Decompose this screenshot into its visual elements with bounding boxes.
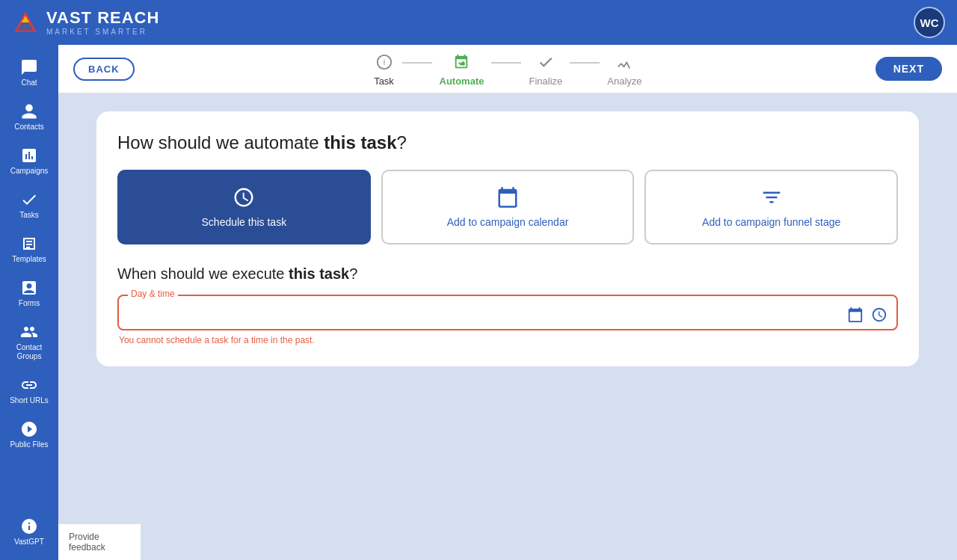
automate-step-icon [453,54,470,70]
step-task-label: Task [374,76,394,87]
back-button[interactable]: BACK [73,58,135,81]
sidebar-item-contacts[interactable]: Contacts [3,96,55,138]
main-card: How should we automate this task? Schedu… [96,111,919,366]
page-body: How should we automate this task? Schedu… [58,93,957,523]
step-finalize[interactable]: Finalize [506,52,585,87]
datetime-field-inner [119,301,896,329]
clock-picker-icon[interactable] [871,307,887,323]
execute-title: When should we execute this task? [117,265,898,283]
sidebar-item-public-files[interactable]: Public Files [3,414,55,455]
sidebar-item-tasks-label: Tasks [19,211,39,220]
svg-text:i: i [383,57,384,66]
brand-name-wrap: VAST REACH MARKET SMARTER [46,9,159,35]
brand-logo: VAST REACH MARKET SMARTER [12,9,159,36]
card-title-highlight: this task [319,132,396,153]
brand-logo-icon [12,9,39,36]
datetime-field-wrap: Day & time [117,295,898,330]
feedback-bar[interactable]: Provide feedback [58,523,141,560]
sidebar-item-short-urls[interactable]: Short URLs [3,370,55,411]
step-finalize-label: Finalize [529,76,562,87]
automation-options-row: Schedule this task Add to campaign calen… [117,170,898,244]
step-analyze-label: Analyze [607,76,641,87]
sidebar-item-contacts-label: Contacts [14,123,43,132]
forms-icon [20,279,38,297]
option-campaign-calendar-label: Add to campaign calendar [447,216,569,228]
campaign-calendar-icon [496,186,519,209]
next-button[interactable]: NEXT [876,57,942,81]
card-title-prefix: How should we automate [117,132,319,153]
sidebar-item-forms-label: Forms [19,299,40,308]
sidebar-item-forms[interactable]: Forms [3,273,55,314]
contact-groups-icon [20,323,38,341]
schedule-icon [233,186,255,209]
chat-icon [20,58,38,76]
datetime-field-label: Day & time [128,289,178,299]
steps-nav: i Task Automate [351,52,665,87]
sidebar-item-templates[interactable]: Templates [3,229,55,270]
sidebar-item-campaigns-label: Campaigns [10,167,49,176]
step-automate-icon-wrap [451,52,472,73]
short-urls-icon [20,376,38,394]
finalize-step-icon [538,54,554,70]
datetime-icons [847,307,887,323]
step-task[interactable]: i Task [351,52,417,87]
campaign-funnel-icon [760,186,783,209]
step-automate[interactable]: Automate [417,52,507,87]
brand-subtitle: MARKET SMARTER [46,28,159,36]
tasks-icon [20,191,38,209]
public-files-icon [20,420,38,438]
step-finalize-icon-wrap [535,52,556,73]
templates-icon [20,235,38,253]
sidebar: Chat Contacts Campaigns Tasks Templates … [0,45,58,560]
execute-title-prefix: When should we execute [117,265,284,282]
sidebar-item-contact-groups-label: Contact Groups [6,343,52,361]
step-automate-label: Automate [440,76,484,87]
sidebar-item-chat-label: Chat [21,79,37,87]
option-campaign-funnel[interactable]: Add to campaign funnel stage [644,170,898,244]
datetime-input[interactable] [128,309,847,321]
user-avatar[interactable]: WC [914,7,945,38]
top-navbar: VAST REACH MARKET SMARTER WC [0,0,957,45]
sidebar-item-vastgpt-label: VastGPT [14,538,44,547]
execute-title-highlight: this task [284,265,349,282]
sidebar-item-templates-label: Templates [12,255,46,264]
sidebar-item-campaigns[interactable]: Campaigns [3,141,55,182]
option-schedule-label: Schedule this task [202,216,287,228]
card-title: How should we automate this task? [117,132,898,153]
sidebar-item-vastgpt[interactable]: VastGPT [3,511,55,553]
execute-title-suffix: ? [349,265,357,282]
calendar-picker-icon[interactable] [847,307,864,323]
campaigns-icon [20,147,38,164]
option-campaign-funnel-label: Add to campaign funnel stage [702,216,840,228]
card-title-suffix: ? [397,132,407,153]
task-step-icon: i [376,54,393,70]
datetime-error-msg: You cannot schedule a task for a time in… [119,335,898,345]
step-task-icon-wrap: i [374,52,395,73]
sidebar-item-contact-groups[interactable]: Contact Groups [3,317,55,367]
analyze-step-icon [616,54,633,70]
sidebar-item-short-urls-label: Short URLs [10,396,49,405]
sidebar-item-chat[interactable]: Chat [3,52,55,93]
vastgpt-icon [20,517,38,535]
content-area: BACK i Task Auto [58,45,957,560]
option-schedule[interactable]: Schedule this task [117,170,371,244]
step-header: BACK i Task Auto [58,45,957,93]
option-campaign-calendar[interactable]: Add to campaign calendar [381,170,635,244]
step-analyze[interactable]: Analyze [585,52,664,87]
brand-name: VAST REACH [46,9,159,27]
sidebar-item-tasks[interactable]: Tasks [3,185,55,226]
contacts-icon [20,102,38,120]
step-analyze-icon-wrap [614,52,635,73]
sidebar-item-public-files-label: Public Files [10,440,48,449]
